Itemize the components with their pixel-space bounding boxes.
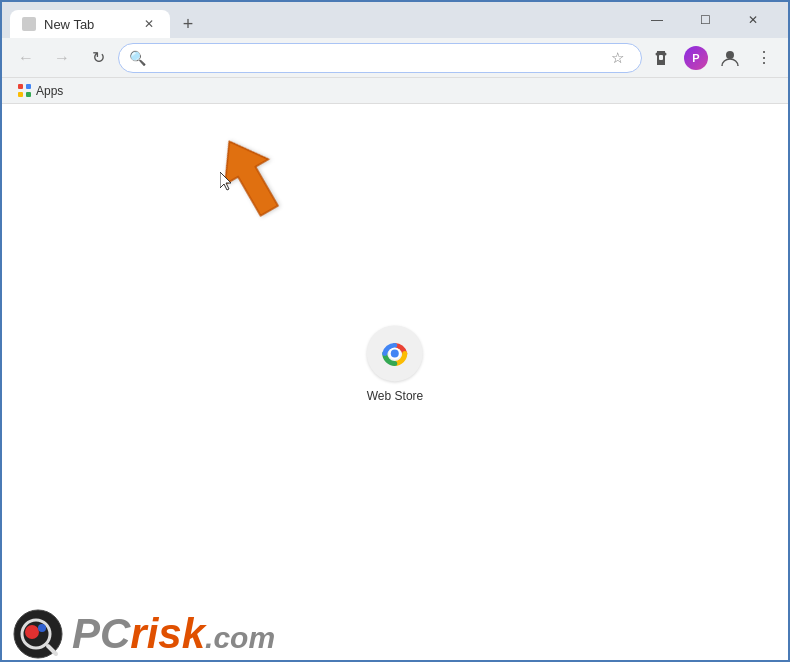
svg-point-8	[25, 625, 39, 639]
pc-text: PC	[72, 610, 130, 657]
apps-label: Apps	[36, 84, 63, 98]
web-store-shortcut[interactable]: Web Store	[357, 315, 433, 413]
close-button[interactable]: ✕	[730, 6, 776, 34]
risk-text: risk	[130, 610, 205, 657]
pcrisk-logo-icon	[12, 608, 64, 660]
minimize-button[interactable]: —	[634, 6, 680, 34]
back-button[interactable]: ←	[10, 42, 42, 74]
navigation-bar: ← → ↻ 🔍 ☆ P ⋮	[2, 38, 788, 78]
svg-point-4	[391, 349, 399, 357]
apps-grid-icon	[18, 84, 32, 98]
pcrisk-text-block: PCrisk.com	[72, 610, 275, 658]
tab-area: New Tab ✕ +	[10, 2, 630, 38]
tab-close-button[interactable]: ✕	[140, 15, 158, 33]
apps-bookmark[interactable]: Apps	[10, 82, 71, 100]
pcrisk-watermark: PCrisk.com	[2, 604, 285, 662]
com-text: .com	[205, 621, 275, 654]
bookmarks-bar: Apps	[2, 78, 788, 104]
orange-arrow-annotation	[177, 105, 338, 273]
address-bar-container[interactable]: 🔍 ☆	[118, 43, 642, 73]
web-store-icon	[367, 325, 423, 381]
profile-button[interactable]: P	[680, 42, 712, 74]
extension-icon-button[interactable]	[646, 42, 678, 74]
account-icon	[719, 47, 741, 69]
browser-content: Web Store PCrisk.com	[2, 104, 788, 662]
window-controls: — ☐ ✕	[630, 6, 780, 34]
tab-favicon	[22, 17, 36, 31]
title-bar: New Tab ✕ + — ☐ ✕	[2, 2, 788, 38]
forward-button[interactable]: →	[46, 42, 78, 74]
active-tab[interactable]: New Tab ✕	[10, 10, 170, 38]
profile-avatar: P	[684, 46, 708, 70]
svg-point-9	[38, 624, 46, 632]
search-icon: 🔍	[129, 50, 146, 66]
svg-marker-2	[208, 129, 291, 223]
profile-area: P ⋮	[646, 42, 780, 74]
chrome-webstore-svg	[377, 335, 413, 371]
svg-point-0	[726, 51, 734, 59]
account-button[interactable]	[714, 42, 746, 74]
extensions-icon	[652, 48, 672, 68]
menu-button[interactable]: ⋮	[748, 42, 780, 74]
web-store-label: Web Store	[367, 389, 423, 403]
new-tab-page: Web Store	[2, 104, 788, 662]
reload-button[interactable]: ↻	[82, 42, 114, 74]
new-tab-button[interactable]: +	[174, 10, 202, 38]
maximize-button[interactable]: ☐	[682, 6, 728, 34]
tab-title: New Tab	[44, 17, 132, 32]
bookmark-star-button[interactable]: ☆	[603, 44, 631, 72]
address-input[interactable]	[152, 50, 597, 65]
